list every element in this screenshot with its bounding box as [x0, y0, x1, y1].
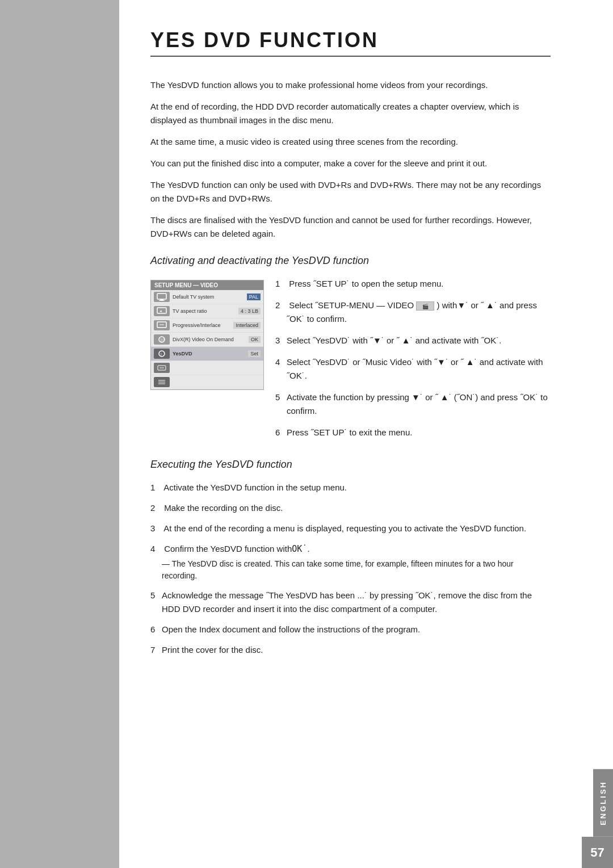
setup-menu-row-1: Default TV system PAL	[151, 290, 263, 304]
setup-icon-5: 1	[154, 349, 170, 359]
exec-step-6: 6 Open the Index document and follow the…	[150, 623, 551, 636]
exec-step-4: 4 Confirm the YesDVD function withOK˙. —…	[150, 542, 551, 582]
svg-rect-0	[157, 293, 166, 299]
step-5-num: 5	[275, 391, 287, 418]
exec-step-5: 5 Acknowledge the message ˝The YesDVD ha…	[150, 589, 551, 616]
setup-menu-row-4: ))) DivX(R) Video On Demand OK	[151, 333, 263, 347]
right-strip: ENGLISH 57	[582, 0, 613, 868]
step-2-text: Select ˝SETUP-MENU — VIDEO 🎬 ) with▼˙ or…	[287, 299, 551, 326]
step-2-item: 2 Select ˝SETUP-MENU — VIDEO 🎬 ) with▼˙ …	[275, 299, 551, 326]
setup-menu-row-5: 1 YesDVD Set	[151, 347, 263, 361]
exec-step-4-text: Confirm the YesDVD function withOK˙.	[162, 542, 310, 556]
menu-label-5: YesDVD	[173, 351, 248, 357]
step-1-text: Press ˝SET UP˙ to open the setup menu.	[287, 277, 444, 291]
exec-step-3-text: At the end of the recording a menu is di…	[162, 522, 526, 535]
step-4-text: Select ˝YesDVD˙ or ˝Music Video˙ with ˝▼…	[287, 355, 551, 383]
menu-label-2: TV aspect ratio	[173, 308, 238, 314]
step-6-num: 6	[275, 426, 287, 439]
menu-label-3: Progressive/Interlace	[173, 322, 233, 328]
exec-step-2-num: 2	[150, 501, 162, 515]
intro-section: The YesDVD function allows you to make p…	[150, 78, 551, 241]
menu-label-4: DivX(R) Video On Demand	[173, 337, 249, 342]
language-label: ENGLISH	[593, 769, 613, 837]
intro-para-1: The YesDVD function allows you to make p…	[150, 78, 551, 92]
intro-para-4: You can put the finished disc into a com…	[150, 157, 551, 170]
exec-step-3: 3 At the end of the recording a menu is …	[150, 522, 551, 535]
intro-para-6: The discs are finalised with the YesDVD …	[150, 213, 551, 241]
step-4-num: 4	[275, 355, 287, 383]
menu-value-5: Set	[248, 350, 261, 357]
intro-para-3: At the same time, a music video is creat…	[150, 135, 551, 149]
setup-menu-box: SETUP MENU — VIDEO Default TV system PAL	[150, 280, 264, 390]
intro-para-5: The YesDVD function can only be used wit…	[150, 178, 551, 206]
setup-icon-2: ◄	[154, 306, 170, 316]
exec-step-6-num: 6	[150, 623, 162, 636]
setup-icon-1	[154, 292, 170, 302]
exec-step-7-text: Print the cover for the disc.	[162, 643, 263, 657]
step-6-item: 6 Press ˝SET UP˙ to exit the menu.	[275, 426, 551, 439]
steps-ordered-list-1: 1 Press ˝SET UP˙ to open the setup menu.…	[275, 277, 551, 439]
intro-para-2: At the end of recording, the HDD DVD rec…	[150, 100, 551, 127]
exec-step-5-num: 5	[150, 589, 162, 616]
step-4-item: 4 Select ˝YesDVD˙ or ˝Music Video˙ with …	[275, 355, 551, 383]
menu-label-1: Default TV system	[173, 294, 247, 300]
menu-value-3: Interlaced	[233, 322, 261, 329]
step-5-text: Activate the function by pressing ▼˙ or …	[287, 391, 551, 418]
svg-rect-2	[159, 300, 165, 301]
exec-step-3-num: 3	[150, 522, 162, 535]
setup-menu-row-7	[151, 375, 263, 389]
step-6-text: Press ˝SET UP˙ to exit the menu.	[287, 426, 412, 439]
menu-value-2: 4 : 3 LB	[238, 308, 261, 315]
section2: Executing the YesDVD function 1 Activate…	[150, 459, 551, 657]
section2-heading: Executing the YesDVD function	[150, 459, 551, 471]
setup-icon-3	[154, 320, 170, 330]
section2-steps: 1 Activate the YesDVD function in the se…	[150, 481, 551, 657]
step-5-item: 5 Activate the function by pressing ▼˙ o…	[275, 391, 551, 418]
svg-text:◄: ◄	[159, 309, 162, 313]
exec-step-5-text: Acknowledge the message ˝The YesDVD has …	[162, 589, 551, 616]
exec-step-7: 7 Print the cover for the disc.	[150, 643, 551, 657]
page-number: 57	[582, 837, 613, 868]
exec-step-1-text: Activate the YesDVD function in the setu…	[162, 481, 347, 494]
exec-step-7-num: 7	[150, 643, 162, 657]
step-2-num: 2	[275, 299, 287, 326]
page-container: YES DVD FUNCTION The YesDVD function all…	[0, 0, 613, 868]
setup-menu-row-3: Progressive/Interlace Interlaced	[151, 318, 263, 333]
step-1-item: 1 Press ˝SET UP˙ to open the setup menu.	[275, 277, 551, 291]
setup-menu-row-2: ◄ TV aspect ratio 4 : 3 LB	[151, 304, 263, 318]
exec-step-4-sub: — The YesDVD disc is created. This can t…	[162, 558, 551, 582]
section1-content: SETUP MENU — VIDEO Default TV system PAL	[150, 277, 551, 447]
exec-step-1-num: 1	[150, 481, 162, 494]
exec-step-4-num: 4	[150, 542, 162, 556]
step-1-num: 1	[275, 277, 287, 291]
section1-steps: 1 Press ˝SET UP˙ to open the setup menu.…	[275, 277, 551, 447]
steps-ordered-list-2: 1 Activate the YesDVD function in the se…	[150, 481, 551, 657]
setup-menu-image: SETUP MENU — VIDEO Default TV system PAL	[150, 280, 264, 447]
menu-value-1: PAL	[247, 293, 261, 300]
page-title: YES DVD FUNCTION	[150, 28, 551, 57]
exec-step-6-text: Open the Index document and follow the i…	[162, 623, 420, 636]
setup-icon-6	[154, 363, 170, 373]
setup-icon-7	[154, 377, 170, 387]
svg-rect-1	[160, 299, 163, 300]
section1-heading: Activating and deactivating the YesDVD f…	[150, 255, 551, 267]
svg-text:1: 1	[161, 353, 162, 356]
step-3-text: Select ˝YesDVD˙ with ˝▼˙ or ˝ ▲˙ and act…	[287, 334, 501, 347]
setup-icon-4: )))	[154, 334, 170, 345]
setup-menu-row-6	[151, 361, 263, 375]
exec-step-2: 2 Make the recording on the disc.	[150, 501, 551, 515]
exec-step-2-text: Make the recording on the disc.	[162, 501, 283, 515]
main-content: YES DVD FUNCTION The YesDVD function all…	[119, 0, 582, 868]
step-3-item: 3 Select ˝YesDVD˙ with ˝▼˙ or ˝ ▲˙ and a…	[275, 334, 551, 347]
step-3-num: 3	[275, 334, 287, 347]
setup-menu-title: SETUP MENU — VIDEO	[151, 280, 263, 290]
menu-value-4: OK	[249, 336, 261, 343]
svg-text:))): )))	[160, 338, 164, 342]
left-sidebar	[0, 0, 119, 868]
exec-step-1: 1 Activate the YesDVD function in the se…	[150, 481, 551, 494]
